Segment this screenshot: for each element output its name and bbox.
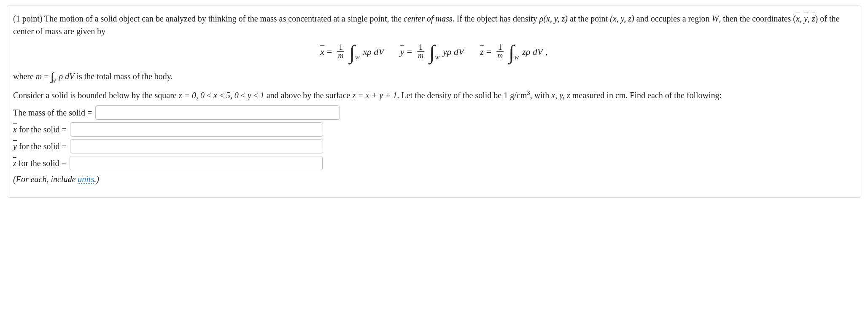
intro-text-d: and occupies a region <box>634 14 712 23</box>
zbar-input[interactable] <box>70 156 323 170</box>
units-hint: (For each, include units.) <box>13 173 855 185</box>
mass-label: The mass of the solid = <box>13 106 92 119</box>
xbar-input[interactable] <box>70 122 323 137</box>
problem-statement: Consider a solid is bounded below by the… <box>13 88 855 102</box>
xbar-label: x for the solid = <box>13 123 67 136</box>
points-label: (1 point) <box>13 14 42 23</box>
intro-text-e: , then the coordinates <box>719 14 793 23</box>
integral-icon: ∫ <box>349 44 355 60</box>
ybar-input[interactable] <box>70 139 323 153</box>
ybar-formula: y = 1m ∫W yρ dV <box>400 43 464 60</box>
intro-paragraph: (1 point) The motion of a solid object c… <box>13 12 855 38</box>
zbar-label: z for the solid = <box>13 157 66 169</box>
zbar-formula: z = 1m ∫W zρ dV, <box>480 43 548 60</box>
mass-input[interactable] <box>95 105 340 120</box>
intro-text-b: . If the object has density <box>453 14 539 23</box>
zbar-answer-row: z for the solid = <box>13 156 855 170</box>
xbar-answer-row: x for the solid = <box>13 122 855 137</box>
intro-text-a: The motion of a solid object can be anal… <box>44 14 404 23</box>
intro-text-c: at the point <box>570 14 610 23</box>
integral-icon: ∫ <box>429 44 435 60</box>
region-w: W <box>712 14 719 23</box>
center-of-mass-term: center of mass <box>404 14 453 23</box>
surface-expr: z = x + y + 1 <box>352 90 397 99</box>
integral-icon: ∫ <box>509 44 514 60</box>
ybar-label: y for the solid = <box>13 140 67 153</box>
ybar-answer-row: y for the solid = <box>13 139 855 153</box>
bounds-expr: z = 0, 0 ≤ x ≤ 5, 0 ≤ y ≤ 1 <box>179 90 264 99</box>
point-expr: (x, y, z) <box>610 14 634 23</box>
xbar-formula: x = 1m ∫W xρ dV <box>320 43 384 60</box>
formula-row: x = 1m ∫W xρ dV y = 1m ∫W yρ dV z = 1m ∫… <box>13 43 855 60</box>
problem-container: (1 point) The motion of a solid object c… <box>7 5 861 198</box>
com-coords: (x, y, z) <box>793 14 818 23</box>
units-link[interactable]: units <box>78 175 94 184</box>
rho-expr: ρ(x, y, z) <box>539 14 568 23</box>
frac-1-m: 1m <box>336 43 345 60</box>
mass-answer-row: The mass of the solid = <box>13 105 855 120</box>
where-line: where m = ∫W ρ dV is the total mass of t… <box>13 67 855 84</box>
